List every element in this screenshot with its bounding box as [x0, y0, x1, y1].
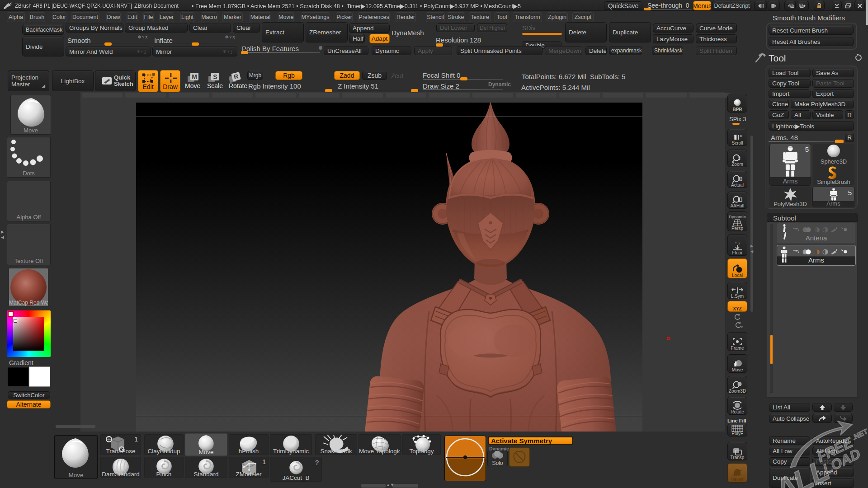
- svg-text:M: M: [192, 73, 197, 80]
- svg-text:x1: x1: [739, 178, 742, 181]
- svg-text:S: S: [213, 73, 217, 80]
- svg-text:z: z: [741, 325, 743, 329]
